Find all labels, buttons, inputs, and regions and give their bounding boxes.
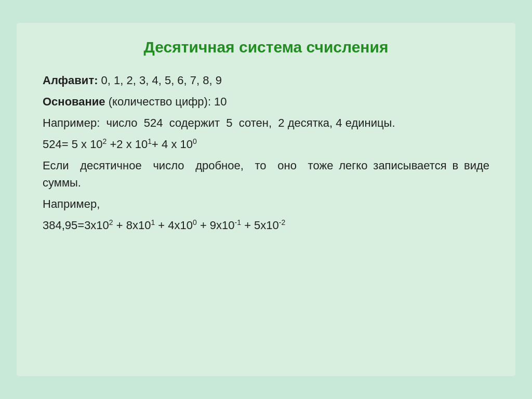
example2-text: Если десятичное число дробное, то оно то… [43,159,489,189]
example3-label-line: Например, [43,195,489,212]
base-label: Основание [43,95,105,108]
base-line: Основание (количество цифр): 10 [43,93,489,110]
slide-container: Десятичная система счисления Алфавит: 0,… [17,23,515,376]
formula2-text: 384,95=3х102 + 8х101 + 4х100 + 9х10-1 + … [43,219,285,232]
formula2-line: 384,95=3х102 + 8х101 + 4х100 + 9х10-1 + … [43,217,489,234]
alphabet-value: 0, 1, 2, 3, 4, 5, 6, 7, 8, 9 [98,74,222,87]
example1-line: Например: число 524 содержит 5 сотен, 2 … [43,114,489,131]
formula1-line: 524= 5 х 102 +2 х 101+ 4 х 100 [43,136,489,153]
slide-title: Десятичная система счисления [43,38,489,56]
content-area: Алфавит: 0, 1, 2, 3, 4, 5, 6, 7, 8, 9 Ос… [43,72,489,234]
formula1-text: 524= 5 х 102 +2 х 101+ 4 х 100 [43,138,197,151]
alphabet-line: Алфавит: 0, 1, 2, 3, 4, 5, 6, 7, 8, 9 [43,72,489,89]
base-value: (количество цифр): 10 [105,95,227,108]
example1-text: Например: число 524 содержит 5 сотен, 2 … [43,116,395,129]
alphabet-label: Алфавит: [43,74,98,87]
example2-line: Если десятичное число дробное, то оно то… [43,157,489,191]
example3-label: Например, [43,197,100,210]
